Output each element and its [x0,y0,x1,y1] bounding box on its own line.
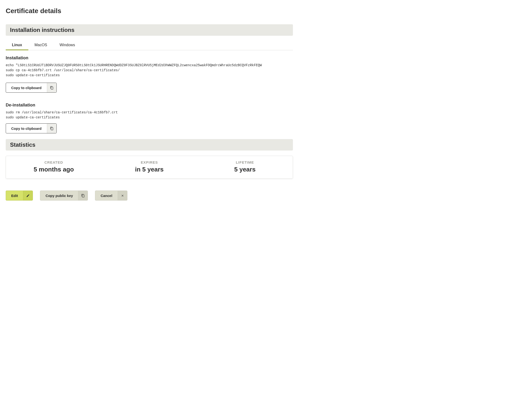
install-code: echo "LS0tLS1CRUdJTiBDRVJUSUZJQ0FURS0tLS… [6,63,293,78]
cancel-label: Cancel [95,191,117,200]
copy-icon [47,124,57,133]
stat-value: 5 years [197,166,293,173]
close-icon [118,191,127,200]
copy-pubkey-label: Copy public key [40,191,78,200]
copy-icon [47,83,57,92]
tab-macos[interactable]: MacOS [28,41,53,50]
deinstall-code: sudo rm /usr/local/share/ca-certificates… [6,110,293,120]
installation-heading: Installation [6,56,293,60]
copy-deinstall-label: Copy to clipboard [6,124,47,133]
stat-created: CREATED 5 months ago [6,160,101,173]
edit-label: Edit [6,191,23,200]
tabs: Linux MacOS Windows [6,41,293,50]
install-code-scroll[interactable]: echo "LS0tLS1CRUdJTiBDRVJUSUZJQ0FURS0tLS… [6,63,293,79]
stat-value: 5 months ago [6,166,101,173]
stat-expires: EXPIRES in 5 years [101,160,197,173]
copy-install-label: Copy to clipboard [6,83,47,92]
stats-card: CREATED 5 months ago EXPIRES in 5 years … [6,156,293,179]
copy-deinstall-button[interactable]: Copy to clipboard [6,123,57,133]
stat-label: LIFETIME [197,160,293,164]
stat-value: in 5 years [101,166,197,173]
copy-icon [78,191,88,200]
action-row: Edit Copy public key Cancel [6,191,293,201]
cancel-button[interactable]: Cancel [95,191,127,201]
edit-icon [23,191,33,200]
stats-panel-header: Statistics [6,139,293,151]
deinstallation-heading: De-installation [6,103,293,108]
page-title: Certificate details [6,7,293,15]
install-panel-header: Installation instructions [6,24,293,36]
stat-lifetime: LIFETIME 5 years [197,160,293,173]
tab-windows[interactable]: Windows [53,41,81,50]
tab-linux[interactable]: Linux [6,41,28,50]
edit-button[interactable]: Edit [6,191,33,201]
copy-install-button[interactable]: Copy to clipboard [6,83,57,93]
stat-label: CREATED [6,160,101,164]
stat-label: EXPIRES [101,160,197,164]
copy-public-key-button[interactable]: Copy public key [40,191,88,201]
